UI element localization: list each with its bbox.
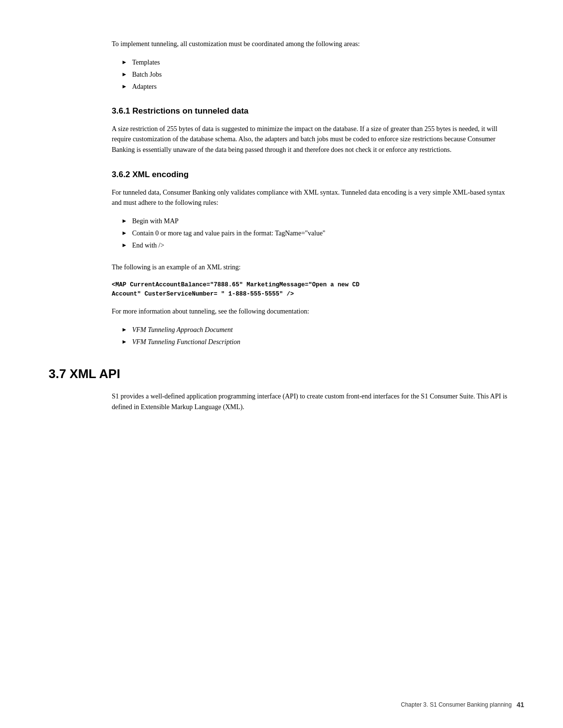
bullet-arrow-icon: ►: [121, 241, 127, 249]
list-item: ► End with />: [121, 240, 514, 250]
list-item: ► Batch Jobs: [121, 69, 514, 80]
list-item: ► Templates: [121, 57, 514, 67]
list-item-label: Contain 0 or more tag and value pairs in…: [132, 228, 325, 238]
section-37-heading: 3.7 XML API: [49, 366, 563, 381]
links-list: ► VFM Tunneling Approach Document ► VFM …: [121, 325, 514, 347]
bullet-arrow-icon: ►: [121, 82, 127, 91]
link-label[interactable]: VFM Tunneling Approach Document: [132, 325, 233, 335]
bullet-arrow-icon: ►: [121, 229, 127, 237]
bullet-list-1: ► Templates ► Batch Jobs ► Adapters: [121, 57, 514, 92]
page: To implement tunneling, all customizatio…: [0, 0, 563, 728]
list-item: ► VFM Tunneling Functional Description: [121, 337, 514, 347]
bullet-arrow-icon: ►: [121, 58, 127, 66]
section-362-heading: 3.6.2 XML encoding: [112, 170, 514, 180]
section-362-intro: For tunneled data, Consumer Banking only…: [112, 187, 514, 208]
link-label[interactable]: VFM Tunneling Functional Description: [132, 337, 240, 347]
list-item: ► VFM Tunneling Approach Document: [121, 325, 514, 335]
list-item: ► Begin with MAP: [121, 216, 514, 226]
section-37-content: S1 provides a well-defined application p…: [112, 391, 514, 412]
list-item-label: Templates: [132, 57, 160, 67]
footer-chapter-text: Chapter 3. S1 Consumer Banking planning: [401, 701, 512, 708]
more-info-text: For more information about tunneling, se…: [112, 306, 514, 317]
footer: Chapter 3. S1 Consumer Banking planning …: [401, 701, 524, 709]
section-361-heading: 3.6.1 Restrictions on tunneled data: [112, 106, 514, 116]
section-37: 3.7 XML API S1 provides a well-defined a…: [49, 366, 563, 412]
example-label: The following is an example of an XML st…: [112, 262, 514, 273]
bullet-arrow-icon: ►: [121, 337, 127, 346]
list-item: ► Adapters: [121, 82, 514, 92]
footer-page-number: 41: [516, 701, 524, 709]
section-37-body: S1 provides a well-defined application p…: [112, 391, 514, 412]
list-item-label: Batch Jobs: [132, 69, 162, 80]
code-block: <MAP CurrentAccountBalance="7888.65" Mar…: [112, 281, 514, 299]
section-361-body: A size restriction of 255 bytes of data …: [112, 124, 514, 155]
content-area: To implement tunneling, all customizatio…: [112, 39, 514, 347]
list-item: ► Contain 0 or more tag and value pairs …: [121, 228, 514, 238]
list-item-label: Begin with MAP: [132, 216, 179, 226]
bullet-arrow-icon: ►: [121, 70, 127, 79]
section-361: 3.6.1 Restrictions on tunneled data A si…: [112, 106, 514, 155]
list-item-label: End with />: [132, 240, 164, 250]
list-item-label: Adapters: [132, 82, 157, 92]
intro-paragraph: To implement tunneling, all customizatio…: [112, 39, 514, 50]
bullet-list-2: ► Begin with MAP ► Contain 0 or more tag…: [121, 216, 514, 250]
bullet-arrow-icon: ►: [121, 325, 127, 334]
bullet-arrow-icon: ►: [121, 216, 127, 225]
section-362: 3.6.2 XML encoding For tunneled data, Co…: [112, 170, 514, 347]
